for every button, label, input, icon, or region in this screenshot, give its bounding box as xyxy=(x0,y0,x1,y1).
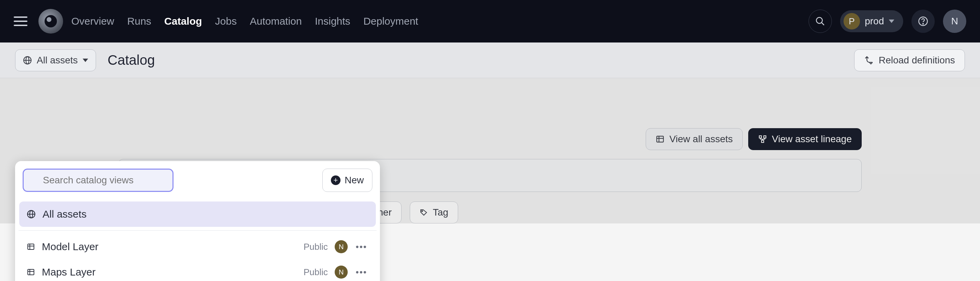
owner-avatar: N xyxy=(335,265,348,279)
view-all-assets-button[interactable]: View all assets xyxy=(646,128,743,150)
view-scope-label: All assets xyxy=(37,55,78,66)
nav-jobs[interactable]: Jobs xyxy=(215,16,237,27)
reload-icon xyxy=(864,56,874,65)
chevron-down-icon xyxy=(889,19,894,23)
page-title: Catalog xyxy=(108,52,155,68)
svg-point-21 xyxy=(422,211,423,212)
svg-rect-30 xyxy=(28,269,34,275)
plus-circle-icon: + xyxy=(331,175,340,185)
view-scope-selector[interactable]: All assets xyxy=(15,49,96,71)
reload-label: Reload definitions xyxy=(878,55,955,66)
catalog-view-item[interactable]: Maps Layer Public N ••• xyxy=(19,259,376,281)
list-icon xyxy=(655,135,665,144)
filter-tag[interactable]: Tag xyxy=(410,202,458,224)
nav-runs[interactable]: Runs xyxy=(127,16,151,27)
visibility-label: Public xyxy=(304,267,328,278)
owner-avatar: N xyxy=(335,240,348,253)
catalog-view-item[interactable]: Model Layer Public N ••• xyxy=(19,234,376,259)
view-all-label: View all assets xyxy=(669,133,733,144)
svg-rect-7 xyxy=(657,136,664,142)
visibility-label: Public xyxy=(304,241,328,252)
svg-rect-10 xyxy=(759,136,762,138)
svg-rect-12 xyxy=(762,140,764,143)
svg-line-1 xyxy=(822,22,824,25)
svg-rect-27 xyxy=(28,244,34,249)
nav-links: Overview Runs Catalog Jobs Automation In… xyxy=(71,16,418,27)
search-icon xyxy=(815,16,826,26)
view-lineage-label: View asset lineage xyxy=(772,133,852,144)
user-avatar[interactable]: N xyxy=(943,10,966,33)
lineage-icon xyxy=(758,135,767,144)
globe-icon xyxy=(23,56,32,65)
view-label: All assets xyxy=(43,208,86,220)
chevron-down-icon xyxy=(83,59,88,62)
top-nav: Overview Runs Catalog Jobs Automation In… xyxy=(0,0,980,43)
view-asset-lineage-button[interactable]: View asset lineage xyxy=(748,128,862,150)
reload-definitions-button[interactable]: Reload definitions xyxy=(854,49,965,71)
new-view-button[interactable]: + New xyxy=(322,168,372,192)
nav-deployment[interactable]: Deployment xyxy=(363,16,418,27)
view-label: Maps Layer xyxy=(42,266,95,278)
catalog-view-all-assets[interactable]: All assets xyxy=(19,202,376,227)
nav-overview[interactable]: Overview xyxy=(71,16,114,27)
more-menu-button[interactable]: ••• xyxy=(355,267,368,278)
sub-header: All assets Catalog Reload definitions xyxy=(0,43,980,78)
catalog-views-popover: + New All assets Model Layer Public N ••… xyxy=(15,161,380,281)
divider xyxy=(19,230,377,231)
catalog-views-search-input[interactable] xyxy=(22,168,173,192)
menu-icon[interactable] xyxy=(14,13,30,30)
view-label: Model Layer xyxy=(42,241,99,252)
main-area: View all assets View asset lineage Code … xyxy=(0,78,980,224)
svg-rect-11 xyxy=(764,136,766,138)
help-icon xyxy=(918,16,928,26)
new-label: New xyxy=(345,175,364,186)
app-logo[interactable] xyxy=(38,9,63,33)
table-icon xyxy=(27,268,35,276)
nav-catalog[interactable]: Catalog xyxy=(164,16,202,27)
filter-label: Tag xyxy=(433,207,448,218)
svg-point-3 xyxy=(923,24,923,24)
env-label: prod xyxy=(865,16,884,27)
catalog-views-list: All assets Model Layer Public N ••• Maps… xyxy=(19,202,377,281)
tag-icon xyxy=(420,208,428,217)
table-icon xyxy=(27,243,35,251)
global-search-button[interactable] xyxy=(808,10,832,33)
help-button[interactable] xyxy=(912,10,935,33)
globe-icon xyxy=(27,210,36,219)
env-badge: P xyxy=(843,13,860,30)
nav-insights[interactable]: Insights xyxy=(315,16,350,27)
svg-point-0 xyxy=(816,17,822,24)
environment-switcher[interactable]: P prod xyxy=(840,10,903,32)
more-menu-button[interactable]: ••• xyxy=(355,241,368,252)
nav-automation[interactable]: Automation xyxy=(250,16,302,27)
